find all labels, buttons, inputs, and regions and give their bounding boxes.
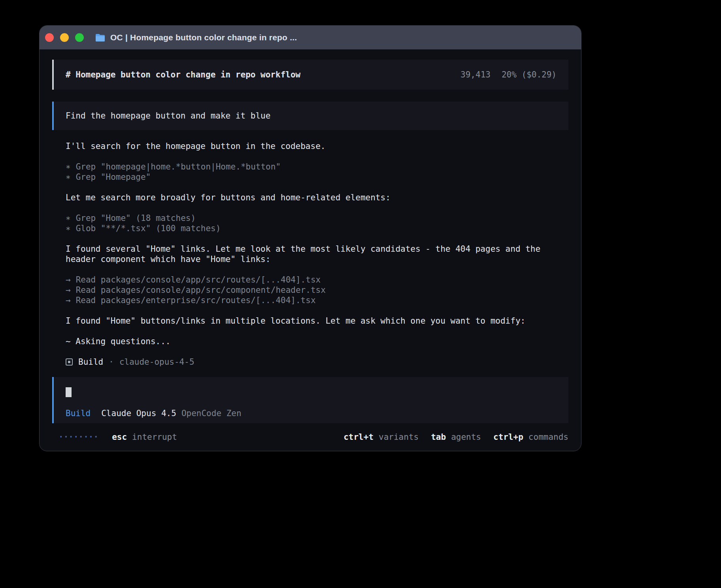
window-title: OC | Homepage button color change in rep…	[110, 33, 297, 42]
session-header: # Homepage button color change in repo w…	[52, 60, 568, 90]
tool-call-line: → Read packages/enterprise/src/routes/[.…	[66, 295, 569, 305]
minimize-button[interactable]	[60, 33, 69, 42]
read-arrow-icon: →	[66, 285, 71, 295]
agent-mode-icon	[66, 358, 73, 366]
shortcut-key: ctrl+t	[344, 432, 374, 442]
read-arrow-icon: →	[66, 275, 71, 285]
tool-call-line: ∗ Glob "**/*.tsx" (100 matches)	[66, 223, 569, 234]
interrupt-hint: esc interrupt	[112, 432, 177, 442]
separator-dot: ·	[109, 357, 114, 367]
close-button[interactable]	[45, 33, 54, 42]
read-arrow-icon: →	[66, 295, 71, 305]
working-dots: ········	[59, 432, 98, 442]
tool-call-group: → Read packages/console/app/src/routes/[…	[66, 275, 569, 305]
commands-hint: ctrl+p commands	[493, 432, 568, 442]
window-title-area: OC | Homepage button color change in rep…	[95, 33, 297, 42]
text-cursor	[66, 387, 72, 397]
status-footer: ········ esc interrupt ctrl+t variants t…	[52, 432, 568, 442]
tool-call-line: ∗ Grep "homepage|home.*button|Home.*butt…	[66, 162, 569, 172]
shortcut-label: commands	[528, 432, 568, 442]
agent-model-label: claude-opus-4-5	[119, 357, 194, 367]
tool-call-line: → Read packages/console/app/src/routes/[…	[66, 275, 569, 285]
variants-hint: ctrl+t variants	[344, 432, 419, 442]
user-message-text: Find the homepage button and make it blu…	[66, 111, 270, 121]
terminal-window: OC | Homepage button color change in rep…	[39, 25, 581, 451]
prompt-input-box[interactable]: Build Claude Opus 4.5 OpenCode Zen	[52, 377, 568, 423]
context-usage: 20% ($0.29)	[502, 70, 557, 80]
tool-call-text: Grep "homepage|home.*button|Home.*button…	[76, 162, 281, 172]
shortcut-key: tab	[431, 432, 446, 442]
agents-hint: tab agents	[431, 432, 481, 442]
zoom-button[interactable]	[75, 33, 84, 42]
shortcut-label: agents	[451, 432, 481, 442]
assistant-paragraph: Let me search more broadly for buttons a…	[66, 192, 569, 203]
transcript: I'll search for the homepage button in t…	[66, 141, 569, 367]
tool-call-text: Grep "Homepage"	[76, 172, 151, 182]
assistant-paragraph: I found several "Home" links. Let me loo…	[66, 244, 569, 264]
input-model-label[interactable]: Claude Opus 4.5	[101, 408, 176, 418]
tool-call-text: Read packages/console/app/src/routes/[..…	[76, 275, 321, 285]
tool-call-text: Read packages/console/app/src/component/…	[76, 285, 326, 295]
tool-call-line: ∗ Grep "Home" (18 matches)	[66, 213, 569, 223]
tool-bullet-icon: ∗	[66, 213, 71, 223]
agent-status-row: Build · claude-opus-4-5	[66, 357, 569, 367]
footer-shortcuts: ctrl+t variants tab agents ctrl+p comman…	[344, 432, 568, 442]
input-mode-label[interactable]: Build	[66, 408, 91, 418]
tool-call-line: → Read packages/console/app/src/componen…	[66, 285, 569, 295]
esc-key-hint: esc	[112, 432, 127, 442]
shortcut-label: variants	[379, 432, 419, 442]
agent-mode-label: Build	[78, 357, 103, 367]
assistant-paragraph: I'll search for the homepage button in t…	[66, 141, 569, 151]
input-provider-label: OpenCode Zen	[181, 408, 242, 418]
status-line: ~ Asking questions...	[66, 336, 569, 347]
session-title: # Homepage button color change in repo w…	[66, 70, 300, 80]
tool-call-text: Read packages/enterprise/src/routes/[...…	[76, 295, 316, 305]
tool-bullet-icon: ∗	[66, 223, 71, 234]
tool-call-text: Glob "**/*.tsx" (100 matches)	[76, 223, 221, 234]
tool-bullet-icon: ∗	[66, 172, 71, 182]
terminal-body: # Homepage button color change in repo w…	[40, 49, 581, 451]
user-message: Find the homepage button and make it blu…	[52, 102, 568, 130]
window-titlebar[interactable]: OC | Homepage button color change in rep…	[40, 26, 581, 49]
interrupt-label: interrupt	[132, 432, 177, 442]
footer-left: ········ esc interrupt	[52, 432, 177, 442]
assistant-paragraph: I found "Home" buttons/links in multiple…	[66, 316, 569, 326]
input-status-row: Build Claude Opus 4.5 OpenCode Zen	[66, 408, 557, 418]
tool-call-group: ∗ Grep "homepage|home.*button|Home.*butt…	[66, 162, 569, 182]
tool-call-group: ∗ Grep "Home" (18 matches) ∗ Glob "**/*.…	[66, 213, 569, 234]
traffic-lights	[45, 33, 84, 42]
tool-call-text: Grep "Home" (18 matches)	[76, 213, 196, 223]
tool-bullet-icon: ∗	[66, 162, 71, 172]
token-count: 39,413	[461, 70, 491, 80]
folder-icon	[95, 34, 106, 42]
tool-call-line: ∗ Grep "Homepage"	[66, 172, 569, 182]
shortcut-key: ctrl+p	[493, 432, 523, 442]
session-stats: 39,413 20% ($0.29)	[461, 70, 557, 80]
